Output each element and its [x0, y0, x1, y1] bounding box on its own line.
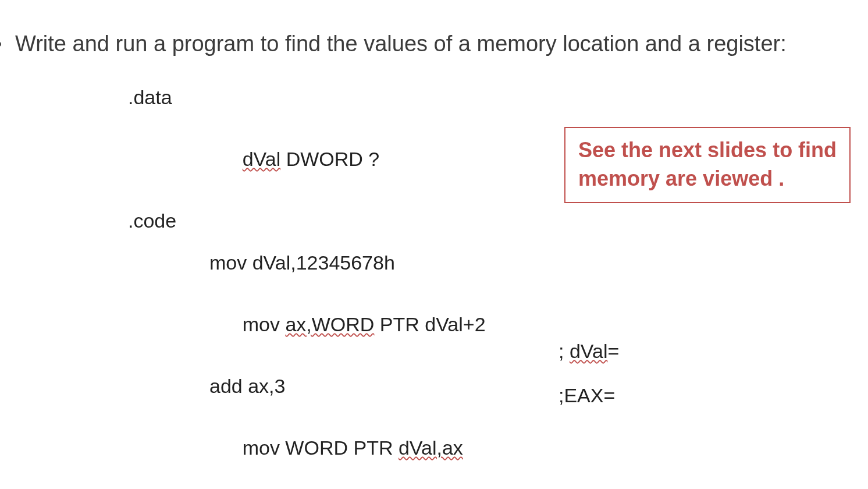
comment-text: = [607, 340, 619, 362]
spellcheck-squiggle: ax,WORD [285, 313, 374, 335]
callout-box: See the next slides to find memory are v… [564, 127, 851, 203]
callout-line-2: memory are viewed . [578, 165, 837, 193]
code-line-4: mov WORD PTR dVal,ax [128, 418, 486, 477]
spellcheck-squiggle: dVal [243, 148, 281, 170]
spellcheck-squiggle: dVal [570, 340, 608, 362]
code-block: .data dVal DWORD ? .code mov dVal,123456… [128, 87, 486, 489]
bullet-item: Write and run a program to find the valu… [0, 30, 787, 58]
code-text: mov [243, 313, 286, 335]
code-decl-dval: dVal DWORD ? [128, 129, 486, 189]
code-comment-2: ;EAX= [558, 384, 615, 407]
code-section-code: .code [128, 211, 486, 231]
callout-line-1: See the next slides to find [578, 136, 837, 165]
code-line-2: mov ax,WORD PTR dVal+2 [128, 295, 486, 354]
code-line-1: mov dVal,12345678h [128, 253, 486, 272]
code-line-3: add ax,3 [128, 376, 486, 396]
slide: Write and run a program to find the valu… [0, 0, 868, 489]
code-text: PTR dVal+2 [374, 313, 485, 335]
comment-text: ; [558, 340, 570, 362]
code-text: DWORD ? [280, 148, 379, 170]
bullet-dot-icon [0, 42, 1, 47]
code-comment-1: ; dVal= [558, 340, 619, 363]
code-text: mov WORD PTR [243, 437, 399, 459]
bullet-text: Write and run a program to find the valu… [15, 30, 787, 58]
spellcheck-squiggle: dVal,ax [399, 437, 463, 459]
code-section-data: .data [128, 87, 486, 107]
